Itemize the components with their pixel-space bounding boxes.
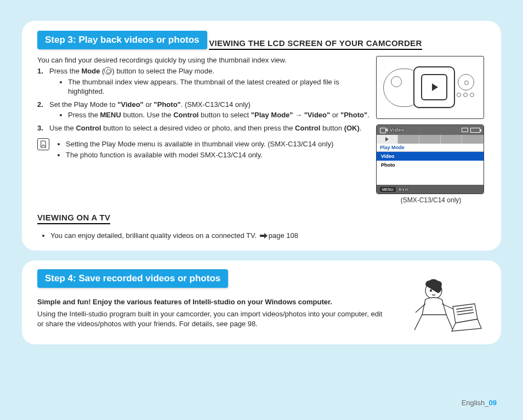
- step3-item-1: 1. Press the Mode () button to select th…: [37, 66, 372, 97]
- step3-note: Setting the Play Mode menu is available …: [37, 138, 372, 161]
- lcd-illustration: Video Play Mode Video Photo MENU Exit: [376, 124, 484, 194]
- footer-lang: English_: [462, 399, 489, 407]
- arrow-right-icon: [260, 233, 268, 239]
- lcd-title: Video: [390, 127, 405, 133]
- step4-card: Step 4: Save recorded videos or photos S…: [22, 260, 501, 344]
- step3-note-body: Setting the Play Mode menu is available …: [56, 138, 333, 161]
- step3-item-3-text: Use the Control button to select a desir…: [49, 124, 361, 132]
- step3-header: Step 3: Play back videos or photos: [37, 31, 207, 49]
- note-icon: [37, 138, 49, 150]
- step3-item-2: 2. Set the Play Mode to "Video" or "Phot…: [37, 100, 372, 120]
- card-icon: [462, 128, 468, 132]
- step3-item-1-bullet: The thumbnail index view appears. The th…: [68, 77, 372, 97]
- step3-note-2: The photo function is available with mod…: [66, 150, 333, 160]
- step3-item-1-number: 1.: [37, 66, 43, 76]
- battery-icon: [470, 128, 480, 133]
- step3-item-2-bullet: Press the MENU button. Use the Control b…: [68, 110, 372, 120]
- lcd-menu-button-label: MENU: [380, 187, 396, 192]
- heading-lcd: VIEWING THE LCD SCREEN OF YOUR CAMCORDER: [209, 38, 422, 50]
- step3-item-2-sub: Press the MENU button. Use the Control b…: [49, 110, 372, 120]
- svg-point-2: [436, 290, 437, 291]
- play-icon: [432, 83, 438, 91]
- lcd-menu-title: Play Mode: [377, 144, 484, 152]
- step3-item-1-text: Press the Mode () button to select the P…: [49, 67, 214, 75]
- tv-bullets: You can enjoy detailed, brilliant qualit…: [37, 231, 486, 241]
- step3-ordered-list: 1. Press the Mode () button to select th…: [37, 66, 372, 133]
- step4-paragraph: Using the Intelli-studio program built i…: [37, 309, 388, 329]
- step3-left-column: You can find your desired recordings qui…: [37, 56, 372, 161]
- step3-card: Step 3: Play back videos or photos VIEWI…: [22, 21, 501, 251]
- step3-right-column: Video Play Mode Video Photo MENU Exit: [376, 56, 486, 204]
- lcd-tab: [398, 135, 419, 144]
- lcd-tabs: [377, 135, 484, 144]
- step3-item-3-number: 3.: [37, 123, 43, 133]
- mode-icon: [104, 67, 112, 75]
- lcd-option-photo: Photo: [377, 161, 484, 169]
- footer-page: 09: [489, 399, 497, 407]
- lcd-tab-active: [377, 135, 398, 144]
- lcd-tab: [462, 135, 484, 144]
- step3-item-2-text: Set the Play Mode to "Video" or "Photo".…: [49, 100, 251, 109]
- page-footer: English_09: [462, 399, 497, 407]
- lcd-tab: [419, 135, 441, 144]
- person-laptop-illustration: [403, 276, 486, 337]
- camcorder-illustration: [376, 56, 484, 119]
- step4-header: Step 4: Save recorded videos or photos: [37, 269, 228, 288]
- svg-point-1: [430, 290, 432, 291]
- lcd-topbar: Video: [377, 125, 484, 135]
- camcorder-icon: [380, 127, 388, 133]
- step3-item-2-number: 2.: [37, 100, 43, 110]
- lcd-tab: [441, 135, 462, 144]
- lcd-caption: (SMX-C13/C14 only): [376, 196, 486, 204]
- step3-item-1-sub: The thumbnail index view appears. The th…: [49, 77, 372, 97]
- heading-tv: VIEWING ON A TV: [37, 213, 110, 224]
- tv-bullet-1: You can enjoy detailed, brilliant qualit…: [50, 231, 486, 241]
- lcd-option-video: Video: [377, 152, 484, 161]
- lcd-bottombar: MENU Exit: [377, 185, 484, 194]
- lcd-exit-label: Exit: [399, 187, 408, 192]
- step3-note-1: Setting the Play Mode menu is available …: [66, 139, 333, 149]
- step3-item-3: 3. Use the Control button to select a de…: [37, 123, 372, 133]
- step3-intro: You can find your desired recordings qui…: [37, 56, 372, 64]
